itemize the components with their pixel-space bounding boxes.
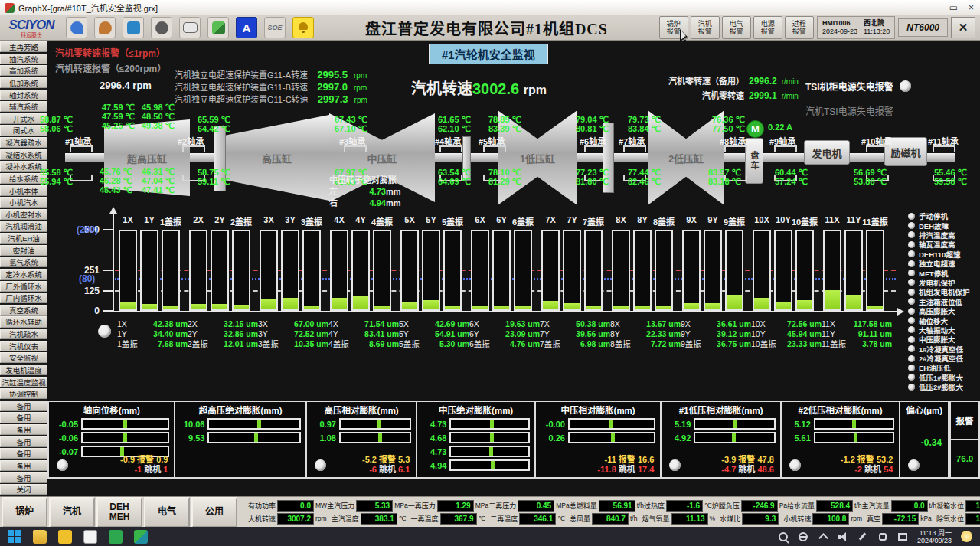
taskbar-app2-icon[interactable]	[109, 530, 122, 544]
sidebar-item[interactable]: 备用	[0, 401, 47, 411]
alarm-category-button[interactable]: 电源报警	[753, 16, 782, 39]
sidebar-item[interactable]: 关闭	[0, 484, 47, 495]
sidebar-item[interactable]: 轴封系统	[0, 90, 47, 100]
sidebar-item[interactable]: 小机密封水	[0, 209, 47, 220]
vibration-bar	[471, 230, 489, 311]
alarm-bell-icon[interactable]	[292, 17, 314, 38]
cards-icon[interactable]	[207, 17, 229, 38]
system-nav-button[interactable]: 电气	[144, 497, 190, 528]
toolbar-close-button[interactable]: ✕	[951, 17, 975, 38]
gauge-bar[interactable]	[81, 432, 169, 443]
alarm-category-button[interactable]: 汽机报警	[691, 16, 720, 39]
sidebar-item[interactable]: 小机汽水	[0, 197, 47, 208]
minimize-button[interactable]: —	[929, 2, 939, 13]
sidebar-item[interactable]: 备用	[0, 412, 47, 423]
sidebar-item[interactable]: 发电机温度	[0, 365, 47, 375]
gauge-bar[interactable]	[339, 418, 412, 430]
weather-brightness-icon[interactable]	[961, 531, 972, 542]
taskbar-app3-icon[interactable]	[134, 530, 148, 544]
sidebar-item[interactable]: 循环水辅助	[0, 316, 47, 327]
gauge-bar[interactable]	[449, 446, 529, 457]
close-button[interactable]: ×	[969, 2, 974, 13]
vibration-bar	[373, 230, 391, 311]
sidebar-item[interactable]: 备用	[0, 436, 47, 447]
sidebar-item[interactable]: 定冷水系统	[0, 269, 47, 280]
gauge-bar[interactable]	[449, 418, 529, 430]
bell-shape	[299, 22, 308, 30]
sidebar-item[interactable]: 备用	[0, 424, 47, 435]
screen-icon[interactable]	[897, 531, 908, 542]
sidebar-item[interactable]: 凝结水系统	[0, 149, 47, 160]
system-nav-button[interactable]: 公用	[191, 497, 237, 528]
sidebar-item[interactable]: 密封油	[0, 245, 47, 256]
notepad-app-icon[interactable]	[83, 530, 97, 544]
gauge-bar[interactable]	[814, 432, 894, 443]
file-explorer-icon[interactable]	[33, 530, 47, 544]
trip-condition-row: 高压膨胀大	[908, 306, 978, 316]
sidebar-item[interactable]: 汽机润滑油	[0, 221, 47, 231]
sidebar-item[interactable]: 汽机EH油	[0, 233, 47, 244]
sidebar-item[interactable]: 辅汽系统	[0, 101, 47, 112]
start-button[interactable]	[8, 530, 21, 544]
sidebar-item[interactable]: 备用	[0, 472, 47, 483]
sidebar-item[interactable]: 协调控制	[0, 388, 47, 399]
sidebar-item[interactable]: 低加系统	[0, 77, 47, 88]
alarm-category-button[interactable]: 过程报警	[785, 16, 814, 39]
system-nav-button[interactable]: DEHMEH	[96, 497, 142, 528]
sidebar-item[interactable]: 厂外循环水	[0, 281, 47, 292]
trip-condition-row: 主油箱液位低	[908, 297, 978, 306]
gauge-bar[interactable]	[339, 432, 412, 443]
bar-fill	[304, 306, 319, 309]
sidebar-item[interactable]: 凝汽器疏水	[0, 137, 47, 148]
gauge-bar[interactable]	[207, 418, 300, 430]
hand-tool-icon[interactable]	[66, 17, 87, 38]
alarm-category-button[interactable]: 电气报警	[722, 16, 751, 39]
system-nav-button[interactable]: 锅炉	[2, 497, 47, 528]
sidebar-item[interactable]: 备用	[0, 448, 47, 459]
sidebar-item[interactable]: 真空系统	[0, 305, 47, 316]
search-icon[interactable]	[778, 531, 789, 542]
sidebar-item[interactable]: 汽机疏水	[0, 329, 47, 339]
vibration-bar	[492, 230, 511, 311]
trend-icon[interactable]	[122, 17, 144, 38]
app-icon	[5, 3, 15, 13]
gauge-bar[interactable]	[207, 432, 300, 443]
sidebar-item[interactable]: 备用	[0, 460, 47, 471]
font-icon[interactable]: A	[236, 17, 257, 38]
bearing-temp: 45.43 ℃	[100, 185, 132, 195]
sidebar-item[interactable]: 安全监视	[0, 352, 47, 363]
sidebar-item[interactable]: 厂内循环水	[0, 293, 47, 303]
trip-condition-row: 大轴振动大	[908, 325, 978, 335]
sidebar-item[interactable]: 小机本体	[0, 185, 47, 196]
maximize-button[interactable]: ▭	[949, 2, 958, 13]
gauge-bar[interactable]	[694, 418, 775, 430]
gauge-bar[interactable]	[694, 432, 775, 443]
gauge-bar[interactable]	[814, 418, 894, 430]
bearing-temp: 83.18 ℃	[708, 177, 741, 186]
bar-fill	[515, 306, 531, 309]
bar-fill	[261, 299, 276, 309]
sidebar-item[interactable]: 氢气系统	[0, 257, 47, 267]
sidebar-item[interactable]: 汽机仪表	[0, 341, 47, 351]
taskbar-clock[interactable]: 11:13 周一 2024/09/23	[917, 529, 952, 544]
gauge-bar[interactable]	[81, 418, 169, 430]
soe-icon[interactable]: SOE	[264, 17, 286, 38]
sidebar-item[interactable]: 高加系统	[0, 65, 47, 76]
palette-icon[interactable]	[94, 17, 116, 38]
volume-icon[interactable]	[838, 531, 848, 542]
gauge-bar[interactable]	[568, 418, 655, 430]
taskbar-app-icon[interactable]	[58, 530, 72, 544]
gauge-bar[interactable]	[568, 432, 655, 443]
gauge-bar[interactable]	[449, 432, 529, 443]
print-icon[interactable]	[179, 17, 201, 38]
sidebar-item[interactable]: 汽缸温度监视	[0, 377, 47, 387]
tray-expand-chevron-icon[interactable]	[818, 531, 828, 542]
chat-icon[interactable]	[877, 531, 888, 542]
operator-icon[interactable]	[151, 17, 172, 38]
sidebar-item[interactable]: 抽汽系统	[0, 54, 47, 64]
pen-icon[interactable]	[858, 531, 868, 542]
system-nav-button[interactable]: 汽机	[49, 497, 95, 528]
gauge-bar[interactable]	[449, 459, 529, 471]
sidebar-item[interactable]: 主再旁路	[0, 41, 47, 52]
globe-icon[interactable]	[798, 531, 808, 542]
